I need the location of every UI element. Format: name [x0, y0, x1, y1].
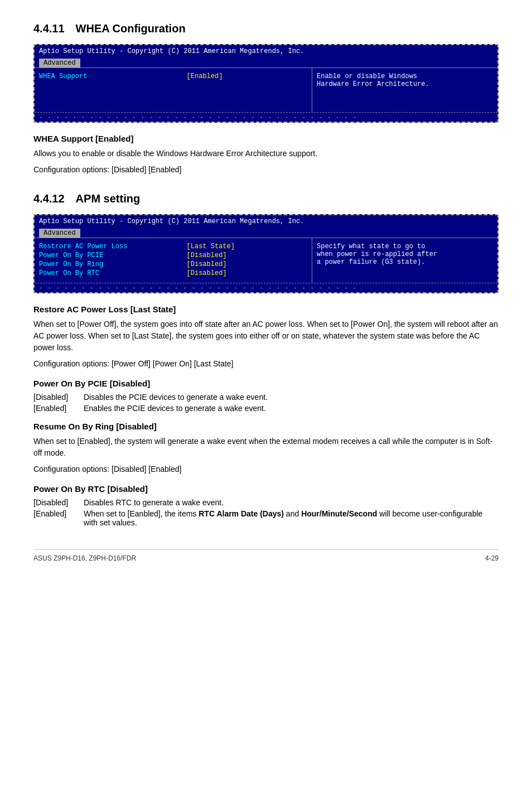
pcie-heading: Power On By PCIE [Disabled]: [33, 379, 499, 388]
whea-section: 4.4.11WHEA Configuration Aptio Setup Uti…: [33, 22, 499, 176]
ring-subsection: Resume On By Ring [Disabled] When set to…: [33, 422, 499, 475]
whea-title: WHEA Configuration: [76, 22, 186, 35]
whea-bios-footer: - - - - - - - - - - - - - - - - - - - - …: [35, 112, 497, 122]
ring-heading: Resume On By Ring [Disabled]: [33, 422, 499, 431]
apm-heading: 4.4.12APM setting: [33, 192, 499, 205]
whea-bios-tab: Advanced: [39, 59, 80, 67]
apm-section-number: 4.4.12: [33, 192, 65, 205]
pcie-term-enabled: [Enabled]: [33, 404, 84, 413]
whea-bios-content: WHEA Support [Enabled] Enable or disable…: [35, 67, 497, 112]
rtc-term-disabled: [Disabled]: [33, 498, 84, 507]
apm-bios-box: Aptio Setup Utility - Copyright (C) 2011…: [33, 214, 499, 293]
whea-bios-header: Aptio Setup Utility - Copyright (C) 2011…: [35, 45, 497, 57]
apm-bios-left: Restrore AC Power Loss [Last State] Powe…: [35, 238, 312, 283]
apm-bios-row-1: Power On By PCIE [Disabled]: [39, 252, 307, 259]
rtc-term-enabled: [Enabled]: [33, 509, 84, 527]
footer-left: ASUS Z9PH-D16, Z9PH-D16/FDR: [33, 554, 136, 562]
whea-support-desc: Allows you to enable or disable the Wind…: [33, 148, 499, 160]
whea-bios-value-0: [Enabled]: [187, 73, 307, 80]
whea-support-subsection: WHEA Support [Enabled] Allows you to ena…: [33, 134, 499, 176]
pcie-subsection: Power On By PCIE [Disabled] [Disabled] D…: [33, 379, 499, 413]
rtc-def-row-enabled: [Enabled] When set to [Eanbled], the ite…: [33, 509, 499, 527]
rtc-subsection: Power On By RTC [Disabled] [Disabled] Di…: [33, 484, 499, 527]
pcie-term-disabled: [Disabled]: [33, 393, 84, 402]
apm-bios-row-3: Power On By RTC [Disabled]: [39, 269, 307, 277]
apm-bios-value-2: [Disabled]: [187, 260, 307, 268]
apm-bios-tab-row: Advanced: [35, 228, 497, 238]
rtc-def-row-disabled: [Disabled] Disables RTC to generate a wa…: [33, 498, 499, 507]
whea-bios-help: Enable or disable WindowsHardware Error …: [312, 68, 497, 112]
pcie-def-row-disabled: [Disabled] Disables the PCIE devices to …: [33, 393, 499, 402]
whea-support-config: Configuration options: [Disabled] [Enabl…: [33, 164, 499, 176]
apm-bios-label-0: Restrore AC Power Loss: [39, 243, 187, 250]
whea-heading: 4.4.11WHEA Configuration: [33, 22, 499, 35]
apm-bios-label-3: Power On By RTC: [39, 269, 187, 277]
rtc-heading: Power On By RTC [Disabled]: [33, 484, 499, 494]
pcie-def-row-enabled: [Enabled] Enables the PCIE devices to ge…: [33, 404, 499, 413]
apm-bios-value-1: [Disabled]: [187, 252, 307, 259]
apm-bios-header: Aptio Setup Utility - Copyright (C) 2011…: [35, 215, 497, 228]
rtc-desc-disabled: Disables RTC to generate a wake event.: [84, 498, 499, 507]
whea-bios-box: Aptio Setup Utility - Copyright (C) 2011…: [33, 44, 499, 123]
pcie-desc-disabled: Disables the PCIE devices to generate a …: [84, 393, 499, 402]
restore-ac-subsection: Restore AC Power Loss [Last State] When …: [33, 305, 499, 370]
apm-title: APM setting: [76, 192, 141, 205]
footer-right: 4-29: [485, 554, 499, 562]
apm-bios-label-2: Power On By Ring: [39, 260, 187, 268]
apm-bios-label-1: Power On By PCIE: [39, 252, 187, 259]
whea-bios-tab-row: Advanced: [35, 57, 497, 67]
pcie-desc-enabled: Enables the PCIE devices to generate a w…: [84, 404, 499, 413]
apm-bios-content: Restrore AC Power Loss [Last State] Powe…: [35, 238, 497, 283]
restore-ac-config: Configuration options: [Power Off] [Powe…: [33, 358, 499, 370]
whea-section-number: 4.4.11: [33, 22, 65, 35]
restore-ac-heading: Restore AC Power Loss [Last State]: [33, 305, 499, 314]
apm-bios-tab: Advanced: [39, 229, 80, 238]
apm-bios-footer: - - - - - - - - - - - - - - - - - - - - …: [35, 283, 497, 292]
page-footer: ASUS Z9PH-D16, Z9PH-D16/FDR 4-29: [33, 549, 499, 562]
whea-support-heading: WHEA Support [Enabled]: [33, 134, 499, 143]
apm-bios-row-2: Power On By Ring [Disabled]: [39, 260, 307, 268]
apm-bios-value-0: [Last State]: [187, 243, 307, 250]
whea-bios-row-0: WHEA Support [Enabled]: [39, 73, 307, 80]
rtc-desc-enabled: When set to [Eanbled], the items RTC Ala…: [84, 509, 499, 527]
apm-bios-value-3: [Disabled]: [187, 269, 307, 277]
ring-desc: When set to [Enabled], the system will g…: [33, 436, 499, 459]
restore-ac-desc: When set to [Power Off], the system goes…: [33, 318, 499, 354]
whea-bios-left: WHEA Support [Enabled]: [35, 68, 312, 112]
pcie-def-list: [Disabled] Disables the PCIE devices to …: [33, 393, 499, 413]
apm-section: 4.4.12APM setting Aptio Setup Utility - …: [33, 192, 499, 527]
apm-bios-help: Specify what state to go towhen power is…: [312, 238, 497, 283]
apm-bios-row-0: Restrore AC Power Loss [Last State]: [39, 243, 307, 250]
rtc-def-list: [Disabled] Disables RTC to generate a wa…: [33, 498, 499, 527]
whea-bios-label-0: WHEA Support: [39, 73, 187, 80]
ring-config: Configuration options: [Disabled] [Enabl…: [33, 463, 499, 475]
